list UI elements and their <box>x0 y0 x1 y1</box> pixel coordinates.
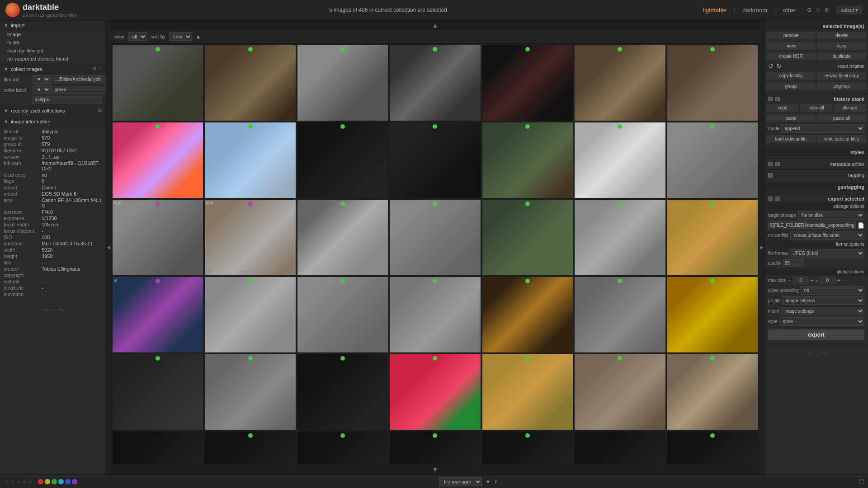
tagging-settings[interactable] <box>768 173 773 178</box>
thumb-16[interactable]: ⊞⊞ ✕ ★☆☆☆☆ <box>205 200 295 275</box>
thumb-40[interactable] <box>482 432 573 465</box>
select-button[interactable]: select ▾ <box>836 6 863 14</box>
move-button[interactable]: move <box>766 42 816 50</box>
dot-purple[interactable] <box>72 479 77 484</box>
dot-blue[interactable] <box>65 479 71 484</box>
thumb-42[interactable] <box>667 432 758 465</box>
dot-red[interactable] <box>38 479 43 484</box>
star-1[interactable]: ☆ <box>5 479 9 484</box>
copy-hist-button[interactable]: copy <box>766 104 799 112</box>
target-storage-select[interactable]: file on disk <box>798 211 864 220</box>
sort-select[interactable]: time <box>169 32 192 41</box>
write-sidecar-button[interactable]: write sidecar files <box>817 135 866 143</box>
thumb-32[interactable] <box>390 354 480 430</box>
dot-cyan[interactable] <box>58 479 64 484</box>
left-collapse-button[interactable]: ◀ <box>106 20 111 474</box>
tab-darkroom[interactable]: darkroom <box>739 5 771 15</box>
view-mode-arrow[interactable]: ▼ <box>486 479 491 484</box>
remove-button[interactable]: remove <box>766 32 816 39</box>
thumb-33[interactable] <box>482 354 573 430</box>
thumb-24[interactable] <box>297 277 388 352</box>
thumb-14[interactable] <box>667 122 758 198</box>
styles-title[interactable]: styles <box>764 148 868 156</box>
copy-all-button[interactable]: copy all <box>800 104 833 112</box>
thumb-23[interactable] <box>205 277 295 352</box>
size-minus-w[interactable]: − <box>788 277 791 284</box>
thumb-11[interactable] <box>390 122 480 198</box>
metadata-editor-title[interactable]: metadata editor <box>783 161 864 167</box>
scan-devices[interactable]: scan for devices <box>0 47 106 55</box>
dot-yellow[interactable] <box>45 479 50 484</box>
right-collapse-button[interactable]: ▶ <box>760 20 764 474</box>
group-button[interactable]: group <box>766 82 816 90</box>
collect-colorlabel-select[interactable]: ▼ <box>33 85 51 94</box>
thumb-7[interactable] <box>667 45 758 121</box>
collect-dailypic-value[interactable] <box>33 96 102 103</box>
recently-used-header[interactable]: ▼ recently used collections ⚙ <box>0 105 106 116</box>
export-selected-title[interactable]: export selected <box>783 196 864 202</box>
duplicate-button[interactable]: duplicate <box>817 52 866 60</box>
collect-filmroll-value[interactable] <box>52 75 106 83</box>
thumb-35[interactable] <box>667 354 758 430</box>
style-select[interactable]: none <box>779 317 864 326</box>
thumb-36[interactable] <box>113 432 203 465</box>
gear-icon[interactable]: ⚙ <box>825 7 829 13</box>
image-info-header[interactable]: ▼ image information <box>0 117 106 127</box>
thumb-41[interactable] <box>575 432 665 465</box>
collect-add-icon[interactable]: + <box>99 66 102 72</box>
import-folder[interactable]: folder <box>0 38 106 47</box>
size-plus-w[interactable]: + <box>810 277 813 284</box>
thumb-12[interactable] <box>482 122 573 198</box>
thumb-9[interactable] <box>205 122 295 198</box>
size-plus-h[interactable]: + <box>837 277 840 284</box>
ungroup-button[interactable]: ungroup <box>817 82 866 90</box>
thumb-20[interactable] <box>575 200 665 275</box>
resync-local-copy-button[interactable]: resync local copy <box>817 72 866 80</box>
discard-button[interactable]: discard <box>834 104 866 112</box>
star-2[interactable]: ☆ <box>10 479 15 484</box>
mode-select[interactable]: append <box>781 124 864 133</box>
thumb-5[interactable] <box>482 45 573 121</box>
path-input[interactable] <box>768 221 856 229</box>
import-image[interactable]: image <box>0 30 106 38</box>
file-format-select[interactable]: JPEG (8-bit) <box>790 249 864 258</box>
file-browse-icon[interactable]: 📄 <box>858 222 864 229</box>
star-icon[interactable]: ☆ <box>816 7 820 13</box>
thumb-18[interactable] <box>390 200 480 275</box>
thumb-29[interactable] <box>113 354 203 430</box>
thumb-19[interactable] <box>482 200 573 275</box>
thumb-37[interactable] <box>205 432 295 465</box>
thumb-22[interactable]: ⊞ <box>113 277 203 352</box>
history-checkbox-1[interactable] <box>768 97 773 101</box>
collect-section-header[interactable]: ▼ collect images ⚙ + <box>0 64 106 74</box>
metadata-checkbox[interactable] <box>768 162 773 166</box>
thumb-30[interactable] <box>205 354 295 430</box>
rotate-ccw-icon[interactable]: ↺ <box>768 62 774 70</box>
star-3[interactable]: ☆ <box>16 479 21 484</box>
max-size-h-input[interactable] <box>820 277 835 284</box>
export-button[interactable]: export <box>768 329 864 340</box>
thumb-4[interactable] <box>390 45 480 121</box>
star-4[interactable]: ☆ <box>22 479 27 484</box>
load-sidecar-button[interactable]: load sidecar file <box>766 135 816 143</box>
google-icon[interactable]: G <box>807 7 811 13</box>
paste-button[interactable]: paste <box>766 114 816 122</box>
thumb-1[interactable] <box>113 45 203 121</box>
profile-select[interactable]: image settings <box>782 296 864 305</box>
fullscreen-icon[interactable]: ⛶ <box>859 479 863 484</box>
thumb-17[interactable] <box>297 200 388 275</box>
thumb-34[interactable] <box>575 354 665 430</box>
thumb-38[interactable] <box>297 432 388 465</box>
metadata-settings[interactable] <box>775 162 780 166</box>
thumb-39[interactable] <box>390 432 480 465</box>
tab-other[interactable]: other <box>779 5 800 15</box>
delete-button[interactable]: delete <box>817 32 866 39</box>
allow-upscaling-select[interactable]: no <box>801 286 864 295</box>
quality-input[interactable] <box>783 259 803 267</box>
export-checkbox[interactable] <box>768 197 773 201</box>
on-conflict-select[interactable]: create unique filename <box>790 231 864 239</box>
thumb-25[interactable] <box>390 277 480 352</box>
thumb-6[interactable] <box>575 45 665 121</box>
thumb-28[interactable] <box>667 277 758 352</box>
collect-colorlabel-value[interactable] <box>52 86 106 94</box>
